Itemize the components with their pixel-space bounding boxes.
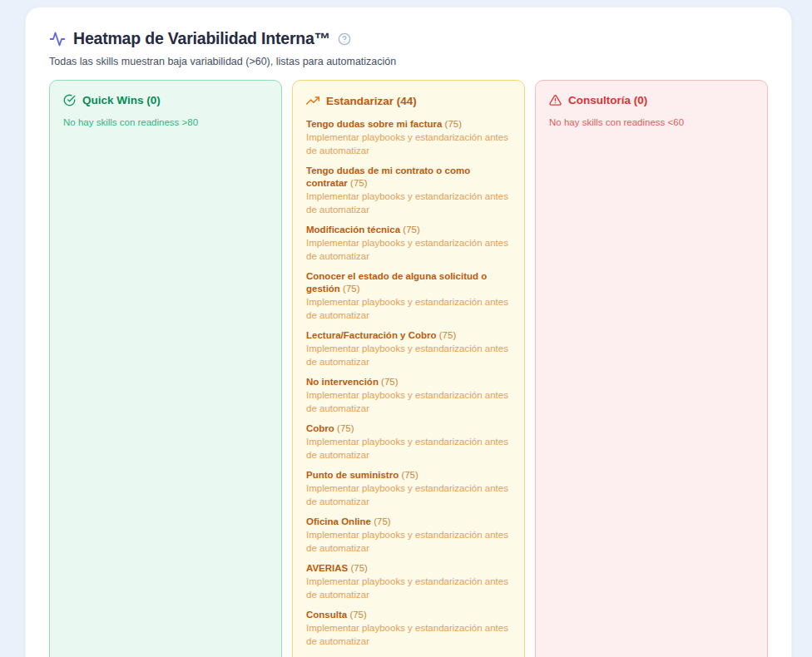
skill-score: (75) (445, 119, 462, 129)
consultoria-empty-message: No hay skills con readiness <60 (549, 117, 754, 127)
skill-item: Tengo dudas de mi contrato o como contra… (306, 165, 511, 216)
skill-note: Implementar playbooks y estandarización … (306, 236, 511, 263)
quick-wins-header: Quick Wins (0) (63, 94, 268, 106)
skill-score: (75) (381, 377, 398, 387)
skill-name: Cobro (306, 423, 337, 433)
help-circle-icon[interactable] (338, 32, 351, 46)
heatmap-card: Heatmap de Variabilidad Interna™ Todas l… (25, 7, 792, 657)
skill-note: Implementar playbooks y estandarización … (306, 528, 511, 555)
skill-item: Lectura/Facturación y Cobro (75) Impleme… (306, 329, 511, 368)
skill-note: Implementar playbooks y estandarización … (306, 621, 511, 648)
skill-score: (75) (350, 563, 367, 573)
skill-note: Implementar playbooks y estandarización … (306, 190, 511, 216)
skill-note: Implementar playbooks y estandarización … (306, 575, 511, 601)
estandarizar-header: Estandarizar (44) (306, 94, 511, 107)
skill-item: Cobro (75) Implementar playbooks y estan… (306, 422, 511, 462)
consultoria-header: Consultoría (0) (549, 94, 754, 106)
skill-name: Conocer el estado de alguna solicitud o … (306, 271, 487, 294)
estandarizar-title: Estandarizar (44) (326, 95, 417, 107)
quick-wins-title: Quick Wins (0) (82, 94, 161, 106)
skill-name: AVERIAS (306, 563, 350, 573)
skill-item: Punto de suministro (75) Implementar pla… (306, 469, 511, 508)
skill-score: (75) (350, 178, 367, 188)
skill-name: Modificación técnica (306, 225, 403, 235)
skill-note: Implementar playbooks y estandarización … (306, 342, 511, 368)
skill-name: Tengo dudas sobre mi factura (306, 119, 445, 129)
skill-list: Tengo dudas sobre mi factura (75) Implem… (306, 118, 511, 657)
skill-score: (75) (374, 516, 390, 526)
check-circle-icon (63, 94, 76, 106)
skill-name: No intervención (306, 377, 381, 387)
skill-score: (75) (403, 225, 419, 235)
title-row: Heatmap de Variabilidad Interna™ (49, 29, 768, 48)
trending-up-icon (306, 94, 319, 107)
consultoria-column: Consultoría (0) No hay skills con readin… (535, 80, 768, 657)
page-title: Heatmap de Variabilidad Interna™ (73, 29, 330, 48)
skill-name: Punto de suministro (306, 470, 401, 480)
estandarizar-column: Estandarizar (44) Tengo dudas sobre mi f… (292, 80, 525, 657)
skill-note: Implementar playbooks y estandarización … (306, 482, 511, 508)
skill-item: Tengo dudas sobre mi factura (75) Implem… (306, 118, 511, 157)
quick-wins-column: Quick Wins (0) No hay skills con readine… (49, 80, 282, 657)
skill-item: AVERIAS (75) Implementar playbooks y est… (306, 562, 511, 601)
skill-score: (75) (343, 284, 359, 294)
skill-name: Oficina Online (306, 516, 374, 526)
skill-score: (75) (349, 610, 366, 620)
activity-pulse-icon (49, 31, 66, 47)
skill-note: Implementar playbooks y estandarización … (306, 435, 511, 462)
skill-item: Consulta (75) Implementar playbooks y es… (306, 609, 511, 648)
skill-name: Consulta (306, 610, 349, 620)
skill-item: Conocer el estado de alguna solicitud o … (306, 270, 511, 322)
skill-name: Tengo dudas de mi contrato o como contra… (306, 165, 470, 188)
skill-item: Modificación técnica (75) Implementar pl… (306, 224, 511, 263)
alert-triangle-icon (549, 94, 562, 106)
consultoria-title: Consultoría (0) (568, 94, 647, 106)
quick-wins-empty-message: No hay skills con readiness >80 (63, 117, 268, 127)
skill-note: Implementar playbooks y estandarización … (306, 388, 511, 415)
skill-name: Lectura/Facturación y Cobro (306, 330, 439, 340)
heatmap-grid: Quick Wins (0) No hay skills con readine… (49, 80, 768, 657)
skill-note: Implementar playbooks y estandarización … (306, 131, 511, 157)
skill-score: (75) (439, 330, 456, 340)
page-subtitle: Todas las skills muestran baja variabili… (49, 56, 768, 67)
skill-score: (75) (401, 470, 418, 480)
skill-note: Implementar playbooks y estandarización … (306, 295, 511, 322)
skill-item: Oficina Online (75) Implementar playbook… (306, 516, 511, 555)
skill-score: (75) (337, 423, 354, 433)
skill-item: No intervención (75) Implementar playboo… (306, 376, 511, 415)
